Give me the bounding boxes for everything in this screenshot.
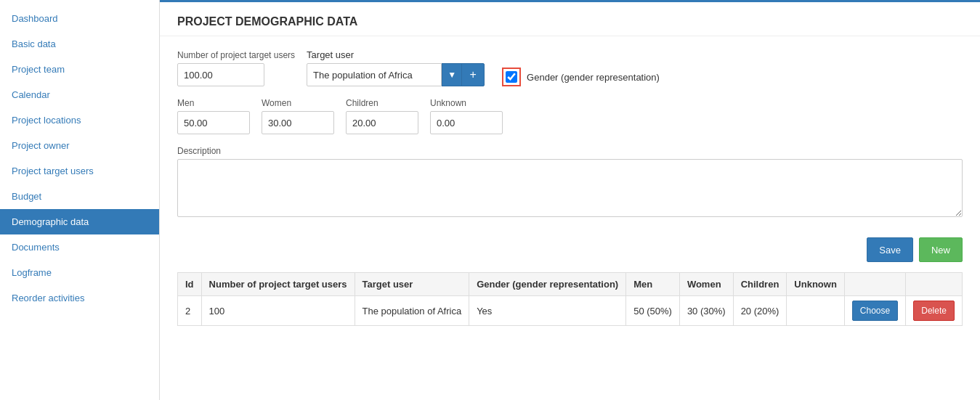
form-row-1: Number of project target users Target us… (177, 49, 963, 86)
sidebar: Dashboard Basic data Project team Calend… (0, 0, 160, 400)
number-of-users-input[interactable] (177, 63, 264, 86)
sidebar-item-demographic-data[interactable]: Demographic data (0, 209, 159, 234)
unknown-input[interactable] (430, 111, 503, 134)
sidebar-item-dashboard[interactable]: Dashboard (0, 6, 159, 31)
men-group: Men (177, 98, 250, 134)
cell-gender: Yes (469, 296, 626, 326)
description-textarea[interactable] (177, 159, 963, 217)
children-label: Children (346, 98, 418, 108)
sidebar-item-project-locations[interactable]: Project locations (0, 107, 159, 133)
men-label: Men (177, 98, 250, 108)
number-of-users-group: Number of project target users (177, 50, 295, 86)
cell-id: 2 (178, 296, 202, 326)
col-actions-1 (844, 273, 905, 296)
unknown-group: Unknown (430, 98, 503, 134)
page-title: PROJECT DEMOGRAPHIC DATA (160, 2, 980, 36)
choose-button[interactable]: Choose (852, 301, 898, 321)
target-user-add-button[interactable]: + (461, 63, 485, 86)
sidebar-item-calendar[interactable]: Calendar (0, 82, 159, 107)
gender-checkbox-group: Gender (gender representation) (502, 68, 660, 86)
cell-number: 100 (201, 296, 355, 326)
demographic-table: Id Number of project target users Target… (177, 272, 963, 326)
children-group: Children (346, 98, 418, 134)
cell-delete-action: Delete (906, 296, 963, 326)
action-buttons: Save New (160, 230, 980, 269)
sidebar-item-project-team[interactable]: Project team (0, 57, 159, 82)
cell-unknown (787, 296, 845, 326)
col-number: Number of project target users (201, 273, 355, 296)
target-user-dropdown-button[interactable]: ▼ (442, 63, 462, 86)
table-header-row: Id Number of project target users Target… (178, 273, 963, 296)
col-id: Id (178, 273, 202, 296)
women-input[interactable] (262, 111, 334, 134)
col-men: Men (626, 273, 680, 296)
col-gender: Gender (gender representation) (469, 273, 626, 296)
gender-label: Gender (gender representation) (527, 72, 660, 83)
children-input[interactable] (346, 111, 418, 134)
col-unknown: Unknown (787, 273, 845, 296)
cell-target-user: The population of Africa (355, 296, 469, 326)
col-target-user: Target user (355, 273, 469, 296)
new-button[interactable]: New (919, 237, 963, 262)
women-label: Women (262, 98, 334, 108)
cell-children: 20 (20%) (733, 296, 787, 326)
col-actions-2 (906, 273, 963, 296)
col-children: Children (733, 273, 787, 296)
unknown-label: Unknown (430, 98, 503, 108)
description-label: Description (177, 146, 963, 156)
table-row: 2 100 The population of Africa Yes 50 (5… (178, 296, 963, 326)
target-user-input[interactable] (307, 63, 442, 86)
sidebar-item-project-target-users[interactable]: Project target users (0, 158, 159, 184)
col-women: Women (679, 273, 733, 296)
gender-checkbox-container (502, 68, 521, 86)
sidebar-item-basic-data[interactable]: Basic data (0, 31, 159, 57)
cell-choose-action: Choose (844, 296, 905, 326)
sidebar-item-project-owner[interactable]: Project owner (0, 133, 159, 158)
gender-checkbox[interactable] (506, 71, 517, 83)
form-row-2: Men Women Children Unknown (177, 98, 963, 134)
cell-women: 30 (30%) (679, 296, 733, 326)
sidebar-item-documents[interactable]: Documents (0, 234, 159, 260)
sidebar-item-reorder-activities[interactable]: Reorder activities (0, 285, 159, 311)
number-of-users-label: Number of project target users (177, 50, 295, 60)
men-input[interactable] (177, 111, 250, 134)
description-group: Description (177, 146, 963, 217)
main-content: PROJECT DEMOGRAPHIC DATA Number of proje… (160, 0, 980, 400)
delete-button[interactable]: Delete (913, 301, 955, 321)
table-section: Id Number of project target users Target… (160, 272, 980, 343)
target-user-controls: ▼ + (307, 63, 485, 86)
save-button[interactable]: Save (867, 237, 913, 262)
target-user-label: Target user (307, 49, 485, 60)
target-user-group: Target user ▼ + (307, 49, 485, 86)
sidebar-item-budget[interactable]: Budget (0, 184, 159, 209)
demographic-form: Number of project target users Target us… (160, 36, 980, 230)
sidebar-item-logframe[interactable]: Logframe (0, 260, 159, 285)
women-group: Women (262, 98, 334, 134)
cell-men: 50 (50%) (626, 296, 680, 326)
